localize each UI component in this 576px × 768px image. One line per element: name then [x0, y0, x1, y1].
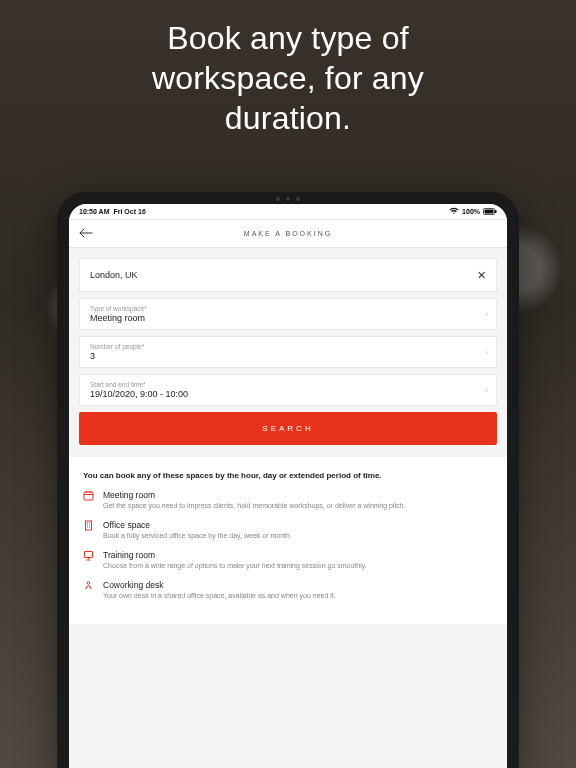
type-desc: Your own desk in a shared office space, … — [103, 591, 336, 600]
calendar-icon — [83, 490, 95, 510]
location-field[interactable]: London, UK ✕ — [79, 258, 497, 292]
workspace-type-item: Office space Book a fully serviced offic… — [83, 520, 493, 540]
hero-line-1: Book any type of — [0, 18, 576, 58]
workspace-type-item: Training room Choose from a wide range o… — [83, 550, 493, 570]
workspace-type-item: Meeting room Get the space you need to i… — [83, 490, 493, 510]
clear-location-button[interactable]: ✕ — [477, 270, 486, 281]
type-name: Office space — [103, 520, 292, 530]
status-time: 10:50 AM — [79, 208, 109, 215]
datetime-field[interactable]: Start and end time* 19/10/2020, 9:00 - 1… — [79, 374, 497, 406]
status-battery-text: 100% — [462, 208, 480, 215]
svg-rect-11 — [89, 525, 90, 526]
svg-rect-1 — [485, 209, 494, 213]
battery-icon — [483, 208, 497, 216]
wifi-icon — [449, 207, 459, 216]
svg-rect-8 — [87, 523, 88, 524]
svg-rect-9 — [89, 523, 90, 524]
chevron-right-icon: › — [485, 386, 488, 395]
type-name: Meeting room — [103, 490, 406, 500]
type-name: Training room — [103, 550, 367, 560]
svg-rect-13 — [89, 527, 90, 528]
type-desc: Get the space you need to impress client… — [103, 501, 406, 510]
status-bar: 10:50 AM Fri Oct 16 100% — [69, 204, 507, 220]
page-title: MAKE A BOOKING — [244, 230, 332, 237]
booking-form: London, UK ✕ Type of workspace* Meeting … — [69, 248, 507, 457]
svg-rect-3 — [84, 492, 93, 500]
hero-line-2: workspace, for any — [0, 58, 576, 98]
info-intro-text: You can book any of these spaces by the … — [83, 471, 493, 480]
workspace-type-label: Type of workspace* — [90, 305, 486, 312]
search-button[interactable]: SEARCH — [79, 412, 497, 445]
workspace-type-value: Meeting room — [90, 313, 486, 323]
workspace-type-item: Coworking desk Your own desk in a shared… — [83, 580, 493, 600]
tablet-frame: 10:50 AM Fri Oct 16 100% MAKE A — [57, 192, 519, 768]
people-label: Number of people* — [90, 343, 486, 350]
nav-bar: MAKE A BOOKING — [69, 220, 507, 248]
info-section: You can book any of these spaces by the … — [69, 457, 507, 624]
hero-text: Book any type of workspace, for any dura… — [0, 18, 576, 138]
type-desc: Choose from a wide range of options to m… — [103, 561, 367, 570]
back-button[interactable] — [79, 227, 93, 241]
location-value: London, UK — [90, 270, 138, 280]
building-icon — [83, 520, 95, 540]
status-date: Fri Oct 16 — [113, 208, 145, 215]
svg-rect-14 — [85, 552, 93, 558]
app-background: Book any type of workspace, for any dura… — [0, 0, 576, 768]
workspace-type-field[interactable]: Type of workspace* Meeting room › — [79, 298, 497, 330]
datetime-value: 19/10/2020, 9:00 - 10:00 — [90, 389, 486, 399]
presentation-icon — [83, 550, 95, 570]
svg-rect-7 — [86, 521, 92, 530]
chevron-right-icon: › — [485, 348, 488, 357]
people-field[interactable]: Number of people* 3 › — [79, 336, 497, 368]
svg-rect-12 — [87, 527, 88, 528]
svg-point-17 — [87, 582, 90, 585]
hero-line-3: duration. — [0, 98, 576, 138]
datetime-label: Start and end time* — [90, 381, 486, 388]
svg-rect-2 — [495, 210, 497, 213]
search-button-label: SEARCH — [262, 424, 313, 433]
type-desc: Book a fully serviced office space by th… — [103, 531, 292, 540]
device-camera-notch — [258, 197, 318, 201]
desk-icon — [83, 580, 95, 600]
people-value: 3 — [90, 351, 486, 361]
svg-rect-10 — [87, 525, 88, 526]
type-name: Coworking desk — [103, 580, 336, 590]
chevron-right-icon: › — [485, 310, 488, 319]
screen: 10:50 AM Fri Oct 16 100% MAKE A — [69, 204, 507, 768]
